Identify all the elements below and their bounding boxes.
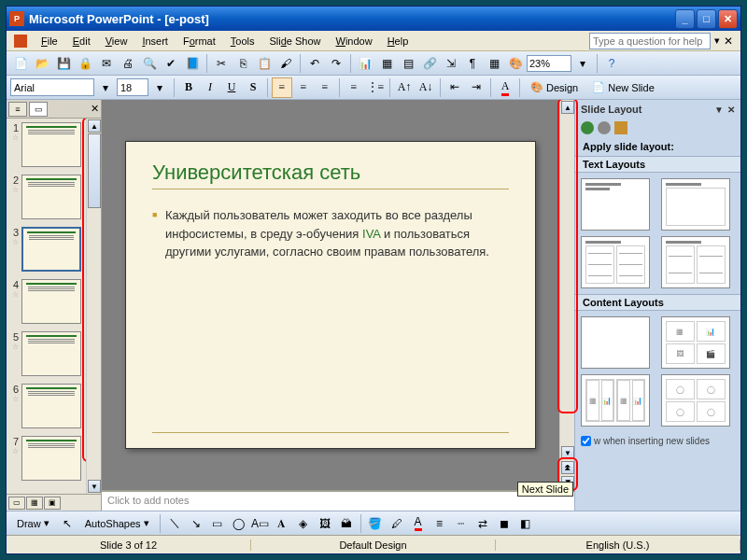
help-search-input[interactable] [589,33,711,49]
slide-body[interactable]: Каждый пользователь может заходить во вс… [152,206,509,261]
scroll-up-icon[interactable]: ▲ [88,119,101,133]
undo-icon[interactable]: ↶ [304,53,325,74]
layout-two-content-bullets[interactable] [661,236,730,288]
arrow-style-icon[interactable]: ⇄ [472,513,493,534]
format-painter-icon[interactable]: 🖌 [275,53,296,74]
slide-scrollbar[interactable]: ▲ ▼ ⯭ ⯯ [559,100,574,490]
menu-file[interactable]: File [35,34,64,49]
fill-color-icon[interactable]: 🪣 [365,513,386,534]
menu-tools[interactable]: Tools [224,34,261,49]
taskpane-close-icon[interactable]: ✕ [727,105,735,115]
design-button[interactable]: 🎨Design [524,77,585,98]
font-name-select[interactable] [10,78,94,96]
document-control-icon[interactable] [14,35,27,48]
menu-slideshow[interactable]: Slide Show [262,34,327,49]
size-dropdown-icon[interactable]: ▾ [149,77,170,98]
scroll-down-icon[interactable]: ▼ [561,446,574,459]
help-dropdown-icon[interactable]: ▾ [714,35,720,47]
show-formatting-icon[interactable]: ¶ [462,53,483,74]
clipart-icon[interactable]: 🖼 [315,513,335,534]
textbox-icon[interactable]: A▭ [250,513,271,534]
cut-icon[interactable]: ✂ [211,53,232,74]
layout-two-content[interactable] [581,236,650,288]
grid-icon[interactable]: ▦ [484,53,504,74]
line-icon[interactable]: ＼ [164,513,185,534]
save-icon[interactable]: 💾 [53,53,74,74]
arrow-icon[interactable]: ↘ [186,513,206,534]
maximize-button[interactable]: □ [697,9,716,29]
spelling-icon[interactable]: ✔ [161,53,181,74]
color-icon[interactable]: 🎨 [505,53,526,74]
normal-view-button[interactable]: ▭ [8,497,25,510]
slides-tab[interactable]: ▭ [29,102,48,117]
slide-thumbnail[interactable] [21,279,81,324]
sorter-view-button[interactable]: ▦ [26,497,43,510]
bullets-button[interactable]: ⋮≡ [365,77,386,98]
slide-thumbnail[interactable] [21,384,81,428]
new-slide-button[interactable]: 📄New Slide [585,77,661,98]
layout-title-content[interactable] [661,178,730,231]
slide[interactable]: Университетская сеть Каждый пользователь… [125,141,536,449]
underline-button[interactable]: U [221,77,242,98]
open-icon[interactable]: 📂 [32,53,52,74]
slide-title[interactable]: Университетская сеть [152,161,509,185]
wordart-icon[interactable]: 𝐀 [272,513,292,534]
thumbnail-scrollbar[interactable]: ▲ ▼ [86,119,101,494]
iva-link[interactable]: IVA [362,227,380,241]
slide-thumbnail[interactable] [21,436,81,481]
shadow-button[interactable]: S [243,77,263,98]
layout-title-only[interactable] [581,178,650,231]
scroll-thumb[interactable] [88,133,101,208]
dash-style-icon[interactable]: ┈ [451,513,472,534]
layout-content-4[interactable]: ◯◯◯◯ [661,374,730,427]
line-style-icon[interactable]: ≡ [430,513,450,534]
increase-font-button[interactable]: A↑ [394,77,415,98]
font-color-icon[interactable]: A [408,513,429,534]
home-icon[interactable] [614,121,627,134]
new-icon[interactable]: 📄 [10,53,31,74]
shadow-style-icon[interactable]: ◼ [494,513,514,534]
minimize-button[interactable]: _ [675,9,695,29]
table-icon[interactable]: ▦ [376,53,397,74]
layout-blank[interactable] [581,316,650,369]
bold-button[interactable]: B [178,77,199,98]
redo-icon[interactable]: ↷ [326,53,346,74]
copy-icon[interactable]: ⎘ [233,53,253,74]
expand-icon[interactable]: ⇲ [441,53,461,74]
email-icon[interactable]: ✉ [96,53,117,74]
font-color-button[interactable]: A [495,77,515,98]
slide-thumbnail[interactable] [21,331,81,376]
zoom-dropdown-icon[interactable]: ▾ [572,53,593,74]
font-size-select[interactable] [117,78,148,96]
menu-help[interactable]: Help [381,34,416,49]
outline-tab[interactable]: ≡ [8,102,27,117]
scroll-up-icon[interactable]: ▲ [561,101,574,114]
pane-close-icon[interactable]: ✕ [91,103,99,115]
align-center-button[interactable]: ≡ [293,77,314,98]
increase-indent-button[interactable]: ⇥ [466,77,486,98]
layout-content-2[interactable]: ▦📊▦📊 [581,374,650,427]
align-left-button[interactable]: ≡ [272,77,292,98]
chart-icon[interactable]: 📊 [355,53,375,74]
menu-window[interactable]: Window [330,34,379,49]
rectangle-icon[interactable]: ▭ [207,513,228,534]
draw-menu[interactable]: Draw ▾ [10,513,56,534]
menu-insert[interactable]: Insert [135,34,175,49]
menu-format[interactable]: Format [176,34,222,49]
font-dropdown-icon[interactable]: ▾ [95,77,116,98]
print-icon[interactable]: 🖨 [118,53,138,74]
select-icon[interactable]: ↖ [57,513,78,534]
align-right-button[interactable]: ≡ [315,77,335,98]
decrease-font-button[interactable]: A↓ [416,77,436,98]
slideshow-view-button[interactable]: ▣ [44,497,61,510]
back-icon[interactable] [581,121,594,134]
doc-close-button[interactable]: ✕ [724,35,733,48]
help-icon[interactable]: ? [601,53,622,74]
menu-edit[interactable]: Edit [66,34,97,49]
zoom-select[interactable] [527,55,571,72]
paste-icon[interactable]: 📋 [254,53,275,74]
numbering-button[interactable]: ≡ [344,77,364,98]
slide-thumbnail[interactable] [21,122,81,167]
prev-slide-button[interactable]: ⯭ [561,461,574,474]
show-inserting-checkbox[interactable]: w when inserting new slides [575,432,740,450]
